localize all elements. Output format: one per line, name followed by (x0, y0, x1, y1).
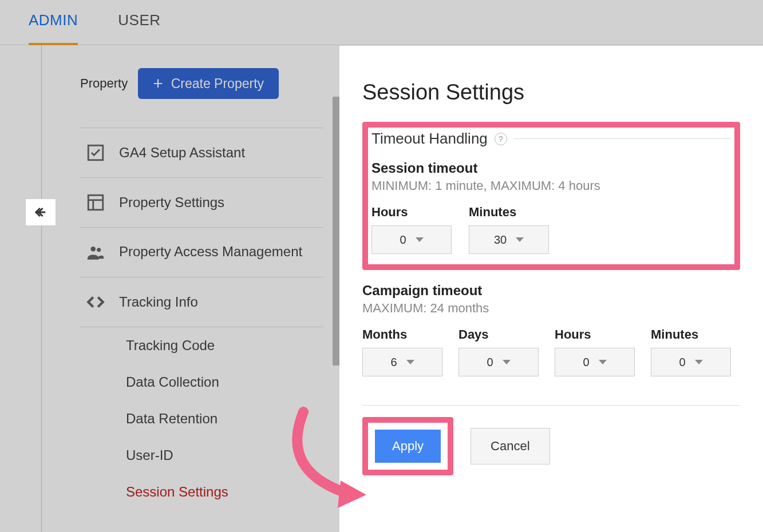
apply-highlight: Apply (362, 417, 453, 475)
session-minutes-select[interactable]: 30 (469, 225, 549, 254)
campaign-days-select[interactable]: 0 (458, 348, 539, 376)
property-label: Property (80, 76, 128, 91)
cancel-button[interactable]: Cancel (471, 428, 549, 464)
checkbox-icon (86, 143, 105, 162)
chevron-down-icon (599, 360, 607, 364)
create-property-button[interactable]: + Create Property (138, 68, 279, 99)
tab-admin[interactable]: ADMIN (29, 11, 78, 45)
session-timeout-label: Session timeout (371, 160, 731, 176)
plus-icon: + (153, 75, 163, 92)
chevron-down-icon (695, 360, 703, 364)
tab-user[interactable]: USER (118, 11, 160, 45)
session-timeout-hint: MINIMUM: 1 minute, MAXIMUM: 4 hours (371, 178, 731, 193)
help-icon[interactable]: ? (495, 133, 507, 145)
svg-rect-1 (88, 195, 103, 210)
sidebar-item-label: Property Settings (119, 194, 224, 211)
campaign-hours-select[interactable]: 0 (555, 348, 635, 376)
session-hours-value: 0 (400, 233, 406, 247)
campaign-months-select[interactable]: 6 (362, 348, 442, 376)
sidebar-item-tracking-info[interactable]: Tracking Info (80, 277, 323, 327)
svg-point-5 (97, 248, 101, 252)
sidebar-item-label: GA4 Setup Assistant (119, 145, 245, 161)
session-settings-panel: Session Settings Timeout Handling ? Sess… (339, 46, 763, 532)
sidebar-item-label: Property Access Management (119, 243, 302, 261)
sidebar: Property + Create Property GA4 Setup Ass… (0, 45, 341, 532)
code-icon (86, 292, 105, 312)
session-hours-select[interactable]: 0 (371, 225, 452, 254)
create-property-label: Create Property (171, 76, 264, 92)
minutes-label: Minutes (651, 327, 731, 342)
chevron-down-icon (406, 360, 414, 364)
sidebar-rail (41, 45, 42, 532)
timeout-heading: Timeout Handling (371, 130, 488, 148)
session-minutes-value: 30 (494, 233, 507, 247)
sub-item-session-settings[interactable]: Session Settings (120, 474, 323, 510)
hours-label: Hours (371, 205, 452, 220)
arrow-left-icon (33, 204, 49, 220)
sub-item-data-collection[interactable]: Data Collection (120, 364, 323, 400)
days-label: Days (458, 327, 539, 342)
top-tabs: ADMIN USER (0, 0, 763, 45)
sub-item-user-id[interactable]: User-ID (120, 437, 323, 474)
campaign-minutes-select[interactable]: 0 (651, 348, 731, 376)
timeout-highlight: Timeout Handling ? Session timeout MINIM… (362, 122, 740, 270)
months-label: Months (362, 327, 442, 342)
chevron-down-icon (503, 360, 511, 364)
chevron-down-icon (516, 237, 524, 242)
campaign-timeout-label: Campaign timeout (362, 283, 740, 299)
chevron-down-icon (416, 237, 424, 242)
minutes-label: Minutes (469, 205, 549, 220)
sidebar-item-property-settings[interactable]: Property Settings (80, 178, 323, 227)
campaign-timeout-hint: MAXIMUM: 24 months (362, 301, 740, 316)
collapse-sidebar-button[interactable] (25, 198, 56, 226)
layout-icon (86, 193, 105, 212)
apply-button[interactable]: Apply (375, 430, 441, 463)
sub-item-data-retention[interactable]: Data Retention (120, 400, 323, 437)
sub-item-tracking-code[interactable]: Tracking Code (120, 327, 323, 364)
svg-point-4 (91, 247, 96, 252)
hours-label: Hours (555, 327, 635, 342)
panel-title: Session Settings (362, 80, 740, 105)
sidebar-item-access-management[interactable]: Property Access Management (80, 228, 323, 277)
sidebar-item-ga4[interactable]: GA4 Setup Assistant (80, 128, 323, 177)
people-icon (86, 243, 105, 262)
sidebar-item-label: Tracking Info (119, 294, 198, 310)
